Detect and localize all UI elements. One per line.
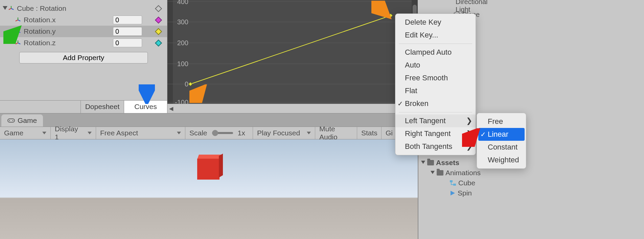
transform-icon (15, 17, 21, 23)
dropdown-label: Game (4, 129, 23, 137)
animation-clip-icon (450, 190, 456, 196)
keyframe-diamond-icon[interactable] (155, 16, 162, 23)
property-rotation-z[interactable]: Rotation.z (0, 37, 167, 49)
property-rotation-y[interactable]: Rotation.y (0, 26, 167, 37)
animation-root-row[interactable]: Cube : Rotation (0, 3, 167, 14)
scale-value: 1x (238, 129, 245, 137)
svg-line-5 (18, 20, 20, 21)
toggle-label: Mute Audio (319, 125, 353, 141)
svg-line-37 (192, 89, 202, 101)
property-value-input[interactable] (113, 27, 142, 36)
menu-label: Left Tangent (405, 116, 446, 125)
dropdown-label: Display 1 (55, 125, 82, 141)
menu-separator (399, 44, 472, 44)
tab-dopesheet[interactable]: Dopesheet (80, 101, 124, 113)
submenu-linear[interactable]: ✓Linear (478, 128, 525, 141)
scroll-left-icon[interactable]: ◀ (167, 105, 175, 112)
annotation-arrow-red (462, 128, 481, 147)
svg-point-26 (13, 120, 14, 121)
menu-auto[interactable]: Auto (395, 59, 476, 72)
tangent-submenu: Free ✓Linear Constant Weighted (477, 113, 526, 169)
chevron-down-icon (177, 132, 181, 134)
check-icon: ✓ (397, 100, 403, 108)
menu-delete-key[interactable]: Delete Key (395, 16, 476, 29)
stats-toggle[interactable]: Stats (357, 127, 382, 139)
asset-label: Cube (458, 179, 475, 187)
animator-controller-icon (450, 180, 456, 186)
svg-line-3 (9, 8, 11, 10)
keyframe-diamond-icon[interactable] (155, 28, 162, 35)
slider-track[interactable] (212, 132, 233, 134)
svg-rect-30 (453, 184, 456, 186)
menu-clamped-auto[interactable]: Clamped Auto (395, 46, 476, 59)
aspect-dropdown[interactable]: Free Aspect (96, 127, 185, 139)
check-icon: ✓ (480, 130, 486, 138)
property-value-input[interactable] (113, 16, 142, 24)
y-tick-label: 400 (174, 0, 188, 6)
menu-broken[interactable]: ✓Broken (395, 97, 476, 110)
annotation-arrow-orange (189, 84, 208, 103)
asset-spin-clip[interactable]: Spin (421, 188, 523, 198)
scale-slider[interactable]: Scale 1x (185, 127, 253, 139)
chevron-down-icon (42, 132, 46, 134)
submenu-constant[interactable]: Constant (478, 141, 525, 154)
menu-label: Free Smooth (405, 74, 448, 82)
foldout-triangle-icon[interactable] (421, 161, 425, 165)
menu-label: Clamped Auto (405, 48, 452, 57)
menu-label: Right Tangent (405, 129, 451, 138)
transform-icon (8, 5, 14, 11)
asset-cube-controller[interactable]: Cube (421, 178, 523, 188)
svg-marker-31 (451, 191, 455, 195)
svg-marker-0 (3, 6, 7, 10)
menu-free-smooth[interactable]: Free Smooth (395, 72, 476, 84)
toggle-label: Stats (361, 129, 377, 137)
folder-icon (437, 170, 443, 176)
folder-label: Animations (445, 169, 481, 177)
submenu-weighted[interactable]: Weighted (478, 154, 525, 166)
game-view (0, 139, 418, 239)
mute-audio-toggle[interactable]: Mute Audio (315, 127, 357, 139)
svg-line-33 (5, 30, 17, 42)
property-rotation-x[interactable]: Rotation.x (0, 14, 167, 26)
keyframe-diamond-icon[interactable] (155, 5, 162, 12)
menu-left-tangent[interactable]: Left Tangent❯ (395, 114, 476, 127)
submenu-free[interactable]: Free (478, 115, 525, 128)
scale-label: Scale (189, 129, 207, 137)
play-mode-dropdown[interactable]: Play Focused (253, 127, 315, 139)
add-property-button[interactable]: Add Property (19, 52, 148, 63)
svg-point-25 (9, 120, 10, 121)
curve-line (190, 16, 391, 84)
hierarchy-item[interactable]: Directional Light (418, 1, 485, 10)
menu-label: Free (488, 117, 503, 126)
gizmos-toggle[interactable]: Gi (382, 127, 395, 139)
property-label: Rotation.x (24, 16, 56, 24)
menu-flat[interactable]: Flat (395, 84, 476, 97)
view-dropdown[interactable]: Game (0, 127, 51, 139)
game-toolbar: Game Display 1 Free Aspect Scale 1x Play… (0, 127, 418, 139)
slider-knob[interactable] (212, 130, 218, 136)
toggle-label: Gi (386, 129, 393, 137)
property-value-input[interactable] (113, 38, 142, 47)
display-dropdown[interactable]: Display 1 (51, 127, 96, 139)
y-tick-label: 300 (174, 18, 188, 26)
svg-line-41 (464, 132, 476, 144)
menu-separator (399, 112, 472, 112)
assets-folder-animations[interactable]: Animations (421, 168, 523, 178)
foldout-triangle-icon[interactable] (431, 171, 435, 175)
chevron-down-icon (307, 132, 311, 134)
menu-label: Broken (405, 99, 429, 108)
keyframe-diamond-icon[interactable] (155, 39, 162, 46)
horizontal-scrollbar[interactable]: ◀ (167, 104, 418, 113)
chevron-down-icon (88, 132, 92, 134)
menu-label: Edit Key... (405, 31, 438, 39)
svg-line-6 (16, 20, 18, 21)
game-tab-bar: Game (0, 113, 418, 127)
menu-edit-key[interactable]: Edit Key... (395, 29, 476, 42)
property-label: Rotation.y (24, 27, 56, 35)
tab-game[interactable]: Game (1, 114, 43, 127)
menu-label: Linear (488, 130, 508, 139)
foldout-triangle-icon[interactable] (3, 6, 7, 11)
chevron-right-icon: ❯ (466, 116, 472, 125)
annotation-arrow-green (3, 25, 22, 44)
menu-label: Both Tangents (405, 142, 452, 151)
